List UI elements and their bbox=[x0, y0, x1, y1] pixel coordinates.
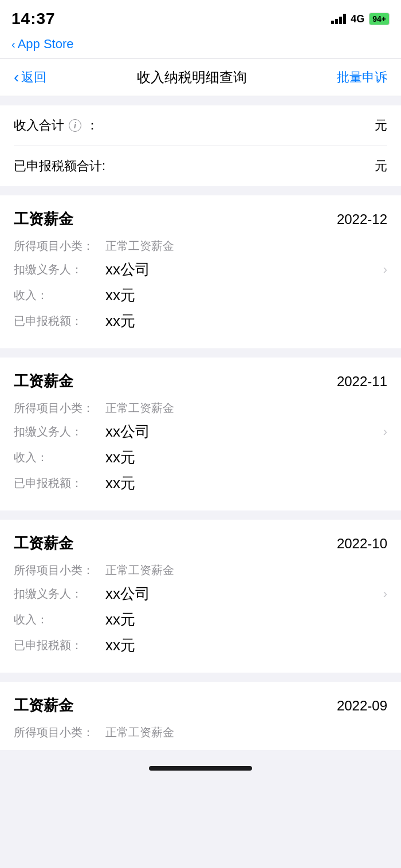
record-entity-value-2: xx公司 bbox=[105, 584, 150, 604]
record-entity-value-0: xx公司 bbox=[105, 260, 150, 280]
record-subcategory-value-1: 正常工资薪金 bbox=[105, 400, 174, 416]
appstore-back-label: App Store bbox=[18, 37, 74, 52]
record-entity-label-1: 扣缴义务人： bbox=[14, 424, 105, 439]
divider-after-summary bbox=[0, 186, 401, 195]
nav-back-chevron-icon: ‹ bbox=[14, 68, 19, 87]
divider-2 bbox=[0, 510, 401, 520]
tax-total-row: 已申报税额合计: 元 bbox=[14, 146, 387, 186]
record-subcategory-value-3: 正常工资薪金 bbox=[105, 725, 174, 740]
record-card-0: 工资薪金 2022-12 所得项目小类： 正常工资薪金 扣缴义务人： xx公司 … bbox=[0, 195, 401, 348]
record-entity-left-0: 扣缴义务人： xx公司 bbox=[14, 260, 150, 280]
batch-appeal-button[interactable]: 批量申诉 bbox=[337, 69, 387, 86]
record-chevron-icon-1: › bbox=[383, 425, 387, 439]
back-chevron-icon: ‹ bbox=[11, 38, 15, 51]
record-tax-value-2: xx元 bbox=[105, 635, 135, 655]
record-subcategory-row-0: 所得项目小类： 正常工资薪金 bbox=[14, 238, 387, 254]
record-subcategory-row-2: 所得项目小类： 正常工资薪金 bbox=[14, 563, 387, 578]
divider-after-nav bbox=[0, 96, 401, 105]
record-income-row-0: 收入： xx元 bbox=[14, 285, 387, 305]
record-date-2: 2022-10 bbox=[337, 536, 387, 552]
record-income-row-2: 收入： xx元 bbox=[14, 610, 387, 630]
income-total-label: 收入合计 i ： bbox=[14, 117, 99, 134]
record-date-0: 2022-12 bbox=[337, 211, 387, 227]
record-tax-label-0: 已申报税额： bbox=[14, 313, 105, 329]
divider-3 bbox=[0, 673, 401, 682]
record-tax-value-0: xx元 bbox=[105, 311, 135, 331]
record-subcategory-label-3: 所得项目小类： bbox=[14, 725, 105, 740]
record-entity-left-1: 扣缴义务人： xx公司 bbox=[14, 422, 150, 442]
record-subcategory-label-0: 所得项目小类： bbox=[14, 238, 105, 254]
record-tax-value-1: xx元 bbox=[105, 473, 135, 493]
page-title: 收入纳税明细查询 bbox=[137, 68, 247, 87]
status-bar: 14:37 4G 94+ bbox=[0, 0, 401, 34]
home-indicator-area bbox=[0, 750, 401, 780]
record-income-value-0: xx元 bbox=[105, 285, 135, 305]
signal-icon bbox=[331, 14, 346, 24]
record-entity-value-1: xx公司 bbox=[105, 422, 150, 442]
appstore-back-button[interactable]: ‹ App Store bbox=[11, 37, 390, 52]
record-subcategory-row-3: 所得项目小类： 正常工资薪金 bbox=[14, 725, 387, 740]
record-entity-row-1[interactable]: 扣缴义务人： xx公司 › bbox=[14, 422, 387, 442]
record-date-3: 2022-09 bbox=[337, 698, 387, 714]
divider-1 bbox=[0, 348, 401, 358]
record-chevron-icon-2: › bbox=[383, 587, 387, 602]
record-income-row-1: 收入： xx元 bbox=[14, 447, 387, 468]
nav-bar: ‹ 返回 收入纳税明细查询 批量申诉 bbox=[0, 59, 401, 96]
record-income-label-0: 收入： bbox=[14, 288, 105, 303]
record-income-value-1: xx元 bbox=[105, 447, 135, 468]
record-subcategory-label-2: 所得项目小类： bbox=[14, 563, 105, 578]
record-entity-row-2[interactable]: 扣缴义务人： xx公司 › bbox=[14, 584, 387, 604]
record-subcategory-row-1: 所得项目小类： 正常工资薪金 bbox=[14, 400, 387, 416]
appstore-bar: ‹ App Store bbox=[0, 34, 401, 59]
summary-section: 收入合计 i ： 元 已申报税额合计: 元 bbox=[0, 105, 401, 186]
status-right: 4G 94+ bbox=[331, 13, 390, 25]
record-title-2: 工资薪金 bbox=[14, 533, 73, 553]
record-title-0: 工资薪金 bbox=[14, 209, 73, 229]
record-entity-label-0: 扣缴义务人： bbox=[14, 262, 105, 277]
income-total-value: 元 bbox=[375, 117, 387, 134]
status-time: 14:37 bbox=[11, 10, 56, 28]
home-indicator bbox=[149, 766, 252, 771]
record-income-value-2: xx元 bbox=[105, 610, 135, 630]
tax-total-value: 元 bbox=[375, 158, 387, 175]
record-entity-row-0[interactable]: 扣缴义务人： xx公司 › bbox=[14, 260, 387, 280]
record-title-1: 工资薪金 bbox=[14, 371, 73, 391]
nav-back-button[interactable]: ‹ 返回 bbox=[14, 68, 46, 87]
record-header-3: 工资薪金 2022-09 bbox=[14, 696, 387, 716]
record-header-1: 工资薪金 2022-11 bbox=[14, 371, 387, 391]
record-card-3: 工资薪金 2022-09 所得项目小类： 正常工资薪金 bbox=[0, 682, 401, 750]
network-type: 4G bbox=[351, 13, 364, 25]
record-entity-label-2: 扣缴义务人： bbox=[14, 586, 105, 602]
income-total-row: 收入合计 i ： 元 bbox=[14, 105, 387, 146]
record-chevron-icon-0: › bbox=[383, 262, 387, 277]
record-tax-row-2: 已申报税额： xx元 bbox=[14, 635, 387, 655]
record-tax-label-2: 已申报税额： bbox=[14, 638, 105, 653]
record-header-0: 工资薪金 2022-12 bbox=[14, 209, 387, 229]
record-income-label-2: 收入： bbox=[14, 612, 105, 627]
record-subcategory-value-2: 正常工资薪金 bbox=[105, 563, 174, 578]
nav-back-label: 返回 bbox=[21, 69, 46, 86]
info-icon[interactable]: i bbox=[69, 119, 81, 132]
record-tax-row-1: 已申报税额： xx元 bbox=[14, 473, 387, 493]
record-entity-left-2: 扣缴义务人： xx公司 bbox=[14, 584, 150, 604]
record-subcategory-value-0: 正常工资薪金 bbox=[105, 238, 174, 254]
record-title-3: 工资薪金 bbox=[14, 696, 73, 716]
record-card-1: 工资薪金 2022-11 所得项目小类： 正常工资薪金 扣缴义务人： xx公司 … bbox=[0, 358, 401, 510]
record-tax-row-0: 已申报税额： xx元 bbox=[14, 311, 387, 331]
battery-indicator: 94+ bbox=[369, 13, 390, 25]
record-card-2: 工资薪金 2022-10 所得项目小类： 正常工资薪金 扣缴义务人： xx公司 … bbox=[0, 520, 401, 673]
record-date-1: 2022-11 bbox=[337, 374, 387, 390]
tax-total-label: 已申报税额合计: bbox=[14, 158, 105, 175]
record-income-label-1: 收入： bbox=[14, 450, 105, 465]
record-subcategory-label-1: 所得项目小类： bbox=[14, 400, 105, 416]
record-header-2: 工资薪金 2022-10 bbox=[14, 533, 387, 553]
record-tax-label-1: 已申报税额： bbox=[14, 476, 105, 491]
